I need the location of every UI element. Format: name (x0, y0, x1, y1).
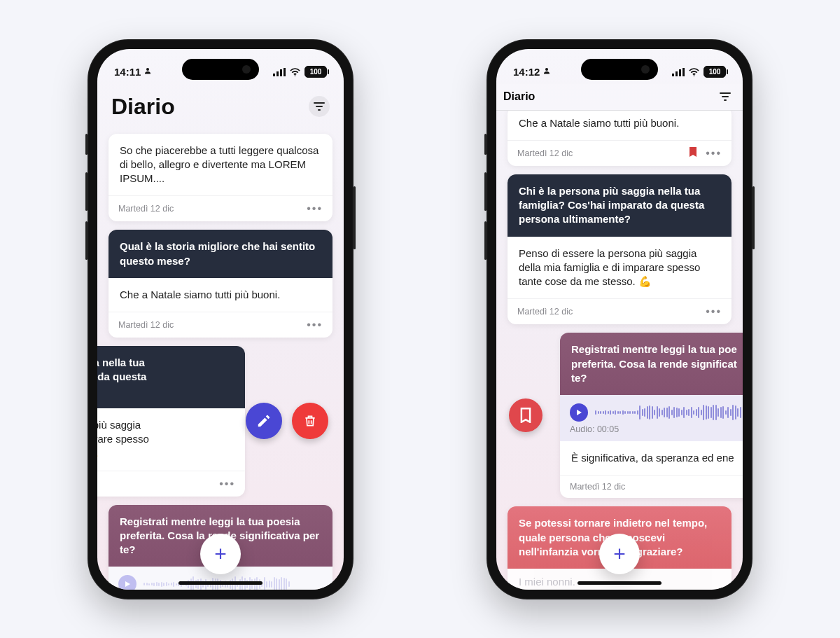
play-button[interactable] (570, 403, 588, 422)
wifi-icon (289, 68, 301, 76)
entry-date: Martedì 12 dic (517, 148, 573, 158)
profile-indicator-icon (542, 67, 551, 77)
more-button[interactable]: ••• (706, 305, 722, 318)
svg-point-14 (694, 75, 695, 76)
scroll-area[interactable]: Diario So che piacerebbe a tutti leggere… (97, 84, 344, 590)
add-entry-fab[interactable]: + (200, 534, 241, 574)
filter-button[interactable] (309, 96, 330, 117)
plus-icon: + (214, 542, 227, 566)
side-button (85, 134, 88, 155)
svg-rect-2 (276, 71, 279, 76)
dynamic-island (182, 59, 259, 80)
more-button[interactable]: ••• (219, 478, 235, 490)
diary-entry-swiped[interactable]: Registrati mentre leggi la tua poe prefe… (507, 333, 732, 498)
side-button (484, 221, 486, 260)
screen: 14:12 100 Diario (496, 49, 743, 590)
entry-date: Martedì 12 dic (118, 320, 174, 330)
battery-icon: 100 (304, 66, 327, 78)
filter-button[interactable] (715, 86, 736, 107)
svg-rect-10 (672, 74, 674, 76)
more-button[interactable]: ••• (706, 147, 722, 160)
phone-mock-a: 14:11 100 Diario (88, 39, 354, 599)
screen: 14:11 100 Diario (97, 49, 344, 590)
entry-prompt: Registrati mentre leggi la tua poe prefe… (560, 333, 743, 395)
svg-rect-12 (679, 69, 681, 76)
diary-entry[interactable]: Qual è la storia migliore che hai sentit… (108, 230, 332, 338)
waveform[interactable] (595, 403, 743, 422)
entry-footer: Martedì 12 dic ••• (108, 195, 332, 221)
phone-mock-b: 14:12 100 Diario (486, 39, 752, 599)
play-icon (575, 409, 582, 416)
svg-point-5 (295, 75, 296, 76)
edit-button[interactable] (246, 403, 282, 439)
page-title: Diario (111, 94, 175, 120)
entry-body: e la persona più saggia glia e di impara… (97, 408, 245, 471)
filter-icon (720, 92, 731, 101)
add-entry-fab[interactable]: + (599, 534, 640, 574)
side-button (85, 172, 88, 211)
diary-entry[interactable]: Che a Natale siamo tutti più buoni. Mart… (507, 111, 732, 166)
pencil-icon (256, 413, 272, 429)
play-icon (124, 581, 131, 588)
plus-icon: + (613, 542, 626, 566)
home-indicator[interactable] (578, 581, 662, 585)
page-title: Diario (503, 90, 535, 103)
entry-date: Martedì 12 dic (570, 482, 625, 492)
cellular-signal-icon (672, 68, 685, 76)
trash-icon (303, 413, 317, 429)
audio-duration: Audio: 00:05 (560, 424, 743, 441)
profile-indicator-icon (144, 67, 152, 77)
entry-footer: Martedì 12 dic (560, 475, 743, 498)
status-time: 14:12 (513, 66, 540, 78)
page-title-row: Diario (107, 84, 334, 125)
svg-rect-16 (722, 96, 729, 97)
entry-date: Martedì 12 dic (517, 307, 573, 317)
svg-rect-1 (273, 74, 275, 76)
svg-rect-6 (314, 102, 325, 104)
side-button (354, 186, 356, 249)
entry-body: So che piacerebbe a tutti leggere qualco… (108, 134, 332, 196)
svg-rect-3 (280, 69, 282, 76)
battery-icon: 100 (704, 66, 726, 78)
entry-prompt: Qual è la storia migliore che hai sentit… (108, 230, 332, 278)
svg-point-0 (146, 68, 149, 71)
entry-footer: ••• (97, 471, 245, 497)
diary-entry[interactable]: So che piacerebbe a tutti leggere qualco… (108, 134, 332, 222)
diary-entry[interactable]: Chi è la persona più saggia nella tua fa… (507, 174, 732, 325)
scroll-area[interactable]: Che a Natale siamo tutti più buoni. Mart… (496, 111, 743, 590)
entry-footer: Martedì 12 dic ••• (507, 298, 732, 324)
entry-footer: Martedì 12 dic ••• (108, 312, 332, 338)
entry-prompt: Chi è la persona più saggia nella tua fa… (507, 174, 732, 237)
inline-title-bar: Diario (496, 84, 743, 111)
entry-footer: Martedì 12 dic ••• (507, 140, 732, 166)
entry-body: Penso di essere la persona più saggia de… (507, 237, 732, 299)
wifi-icon (688, 68, 700, 76)
swipe-actions (246, 403, 328, 439)
entry-body: Che a Natale siamo tutti più buoni. (108, 278, 332, 312)
side-button (85, 221, 88, 260)
more-button[interactable]: ••• (307, 202, 323, 215)
audio-player (560, 395, 743, 424)
bookmark-icon (689, 147, 697, 159)
side-button (484, 172, 486, 211)
delete-button[interactable] (292, 403, 328, 439)
svg-rect-13 (682, 68, 685, 76)
home-indicator[interactable] (178, 581, 262, 585)
play-button[interactable] (118, 575, 136, 589)
diary-entry-swiped[interactable]: na più saggia nella tua hai imparato da … (108, 346, 332, 497)
svg-rect-17 (724, 99, 727, 101)
more-button[interactable]: ••• (307, 319, 323, 331)
entry-prompt: na più saggia nella tua hai imparato da … (97, 346, 245, 408)
bookmark-button[interactable] (509, 398, 542, 432)
entry-date: Martedì 12 dic (118, 204, 174, 214)
filter-icon (314, 102, 325, 111)
side-button (484, 134, 486, 155)
svg-rect-7 (316, 106, 323, 107)
dynamic-island (581, 59, 658, 80)
status-time: 14:11 (114, 66, 141, 78)
svg-rect-8 (318, 109, 321, 111)
side-button (752, 186, 755, 249)
entry-body: È significativa, da speranza ed ene (560, 441, 743, 475)
entry-body: Che a Natale siamo tutti più buoni. (507, 111, 732, 140)
svg-rect-15 (720, 92, 731, 94)
